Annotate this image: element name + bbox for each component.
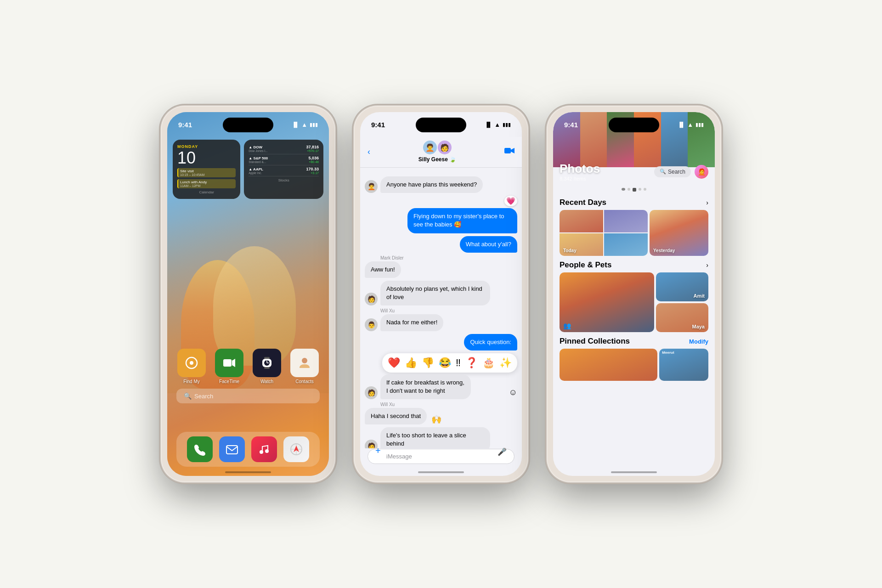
video-call-button[interactable]	[504, 147, 514, 157]
dot-1[interactable]	[622, 188, 625, 191]
status-bar-3: 9:41 ▐▌ ▲ ▮▮▮	[553, 112, 715, 137]
app-find-my[interactable]: Find My	[177, 349, 206, 384]
tapback-haha[interactable]: 😂	[439, 357, 451, 369]
photos-header-area: Photos 8,342 Items 🔍 Search 🧑‍🦰	[553, 137, 715, 186]
recent-days-grid: Today Yesterday	[553, 210, 715, 256]
person-card-1[interactable]: 👥	[560, 272, 654, 332]
dock-phone[interactable]	[187, 436, 213, 462]
tapback-sparkle[interactable]: ✨	[499, 357, 512, 369]
sender-label-will: Will Xu	[380, 308, 517, 313]
msg-bubble-7: Quick question:	[464, 334, 517, 351]
messages-list: 🧑‍🦱 Anyone have plans this weekend? 💗 Fl…	[360, 172, 522, 448]
recent-days-title: Recent Days	[560, 198, 606, 207]
svg-marker-3	[232, 359, 235, 367]
msg-2: Flying down to my sister's place to see …	[365, 208, 517, 233]
battery-icon-3: ▮▮▮	[695, 122, 704, 128]
dot-navigation	[553, 186, 715, 193]
stock-row-sp500: ▲ S&P 500 Standard &... 5,036 +80.48	[249, 154, 319, 165]
tapback-cake[interactable]: 🎂	[482, 357, 495, 369]
pinned-collection-2[interactable]: Meerut	[659, 349, 708, 381]
app-contacts[interactable]: Contacts	[290, 349, 319, 384]
status-icons: ▐▌ ▲ ▮▮▮	[292, 121, 318, 128]
search-bar[interactable]: 🔍 Search	[176, 389, 320, 403]
tapback-bar[interactable]: ❤️ 👍 👎 😂 ‼️ ❓ 🎂 ✨	[382, 353, 517, 373]
maya-name: Maya	[692, 324, 705, 329]
messages-header: ‹ 🧑‍🦱 🧑 Silly Geese 🍃	[360, 137, 522, 168]
today-label: Today	[563, 248, 577, 253]
tapback-question[interactable]: ❓	[465, 357, 478, 369]
calendar-widget[interactable]: MONDAY 10 Site visit 10:15 – 10:45AM Lun…	[173, 140, 240, 199]
amit-name: Amit	[694, 293, 705, 299]
today-img-2	[604, 210, 648, 232]
phone-2: 9:41 ▐▌ ▲ ▮▮▮ ‹ 🧑‍🦱 🧑 Silly Geese 🍃	[354, 106, 528, 482]
search-placeholder: Search	[194, 393, 213, 400]
svg-point-13	[265, 449, 269, 453]
search-icon: 🔍	[184, 392, 192, 400]
amit-card[interactable]: Amit	[656, 272, 708, 301]
sender-label-mark: Mark Disler	[380, 255, 517, 260]
tapback-emphasis[interactable]: ‼️	[456, 357, 461, 369]
msg-6: 👨 Nada for me either!	[365, 314, 517, 331]
status-time-2: 9:41	[371, 121, 385, 129]
pinned-modify[interactable]: Modify	[689, 338, 708, 345]
dot-3[interactable]	[639, 188, 641, 191]
app-facetime[interactable]: FaceTime	[215, 349, 243, 384]
imessage-input[interactable]: + iMessage 🎤	[368, 449, 514, 464]
recent-days-arrow[interactable]: ›	[706, 199, 708, 206]
status-icons-3: ▐▌ ▲ ▮▮▮	[678, 121, 704, 128]
app-watch[interactable]: Watch	[253, 349, 281, 384]
calendar-label: Calendar	[177, 190, 236, 194]
user-avatar[interactable]: 🧑‍🦰	[695, 165, 708, 179]
sender-avatar-1: 🧑‍🦱	[365, 180, 378, 193]
high-five-emoji: 🙌	[431, 414, 441, 424]
facetime-icon	[215, 349, 243, 377]
phone-1: 9:41 ▐▌ ▲ ▮▮▮ MONDAY 10 Site visit 10:15…	[161, 106, 335, 482]
photos-scroll: Photos 8,342 Items 🔍 Search 🧑‍🦰	[553, 137, 715, 476]
yesterday-card[interactable]: Yesterday	[650, 210, 708, 256]
dock-music[interactable]	[251, 436, 277, 462]
phone-3: 9:41 ▐▌ ▲ ▮▮▮ Photos 8,342 Items 🔍	[547, 106, 721, 482]
svg-rect-18	[504, 148, 511, 153]
msg-bubble-6: Nada for me either!	[380, 314, 443, 331]
tapback-heart[interactable]: ❤️	[388, 357, 400, 369]
back-button[interactable]: ‹	[368, 147, 370, 157]
mic-button[interactable]: 🎤	[498, 447, 507, 456]
photos-top-bar: Photos 8,342 Items 🔍 Search 🧑‍🦰	[560, 162, 708, 181]
dot-2[interactable]	[628, 188, 630, 191]
dot-grid[interactable]	[633, 188, 636, 192]
svg-marker-19	[511, 148, 514, 153]
dock-safari[interactable]	[283, 436, 309, 462]
recent-days-header: Recent Days ›	[553, 193, 715, 210]
msg-1: 🧑‍🦱 Anyone have plans this weekend?	[365, 176, 517, 193]
svg-point-10	[302, 358, 307, 363]
stocks-widget[interactable]: ▲ DOW Dow Jones I... 37,816 +570.17 ▲ S&…	[244, 140, 323, 199]
sender-avatar-mark: 🧑	[365, 293, 378, 305]
stock-row-aapl: ▲ AAPL Apple Inc. 170.33 +3.17	[249, 165, 319, 176]
home-indicator-3	[611, 471, 657, 473]
plus-button[interactable]: +	[375, 446, 381, 456]
maya-card[interactable]: Maya	[656, 303, 708, 332]
tapback-thumbsup[interactable]: 👍	[405, 357, 417, 369]
status-time: 9:41	[178, 121, 192, 129]
contacts-icon	[290, 349, 319, 377]
group-name[interactable]: Silly Geese 🍃	[418, 156, 456, 163]
photos-title: Photos 8,342 Items	[560, 162, 600, 181]
today-card[interactable]: Today	[560, 210, 648, 256]
tapback-thumbsdown[interactable]: 👎	[422, 357, 434, 369]
person-silhouette-2	[213, 246, 296, 366]
dock-mail[interactable]	[219, 436, 245, 462]
search-icon-photos: 🔍	[660, 169, 666, 175]
dot-4[interactable]	[644, 188, 646, 191]
photos-search-button[interactable]: 🔍 Search	[654, 166, 691, 177]
find-my-icon	[177, 349, 206, 377]
msg-5: 🧑 Absolutely no plans yet, which I kind …	[365, 281, 517, 305]
emoji-reaction: ☺️	[509, 388, 517, 397]
wifi-icon-2: ▲	[494, 121, 500, 128]
dock	[176, 432, 320, 467]
today-img-1	[560, 210, 603, 232]
people-pets-arrow[interactable]: ›	[706, 261, 708, 269]
status-time-3: 9:41	[564, 121, 578, 129]
wifi-icon-3: ▲	[687, 121, 693, 128]
app-row: Find My FaceTime Watch Contacts	[173, 349, 323, 384]
pinned-collection-1[interactable]	[560, 349, 657, 381]
